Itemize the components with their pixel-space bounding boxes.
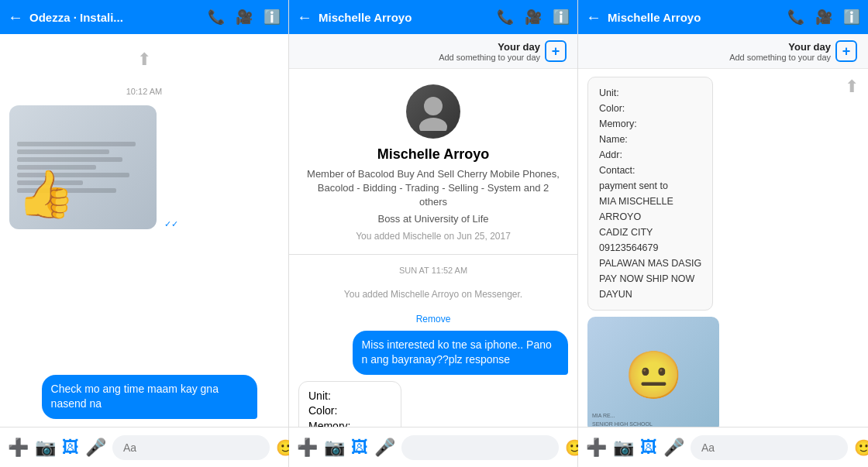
panel2-input-bar: ➕ 📷 🖼 🎤 🙂 👍	[289, 427, 577, 467]
panel1-sent-msg-row: Check mo ang time maam kay gna nasend na…	[9, 375, 279, 419]
panel3-upload-icon[interactable]: ⬆	[845, 77, 859, 97]
panel3-your-day-bar: Your day Add something to your day +	[578, 34, 868, 69]
panel2-info-icon[interactable]: ℹ️	[553, 9, 570, 26]
panel2-received-row: Unit: Color: Memory: Name: Addr: Contact…	[298, 381, 568, 427]
panel2-your-day-bar: Your day Add something to your day +	[289, 34, 577, 69]
panel2-phone-icon[interactable]: 📞	[497, 9, 514, 26]
panel2-camera-icon[interactable]: 📷	[324, 438, 345, 458]
panel3-video-icon[interactable]: 🎥	[815, 9, 832, 26]
panel1-check1: ✓✓	[164, 219, 178, 229]
emoji-face-icon: 😐	[625, 348, 683, 403]
panel3-top-row: Unit: Color: Memory: Name: Addr: Contact…	[587, 77, 859, 311]
panel2-profile-added: You added Mischelle on Jun 25, 2017	[356, 231, 511, 242]
panel2-sent-bubble: Miss interested ko tne sa iphone.. Pano …	[353, 331, 568, 375]
panel1-text-input[interactable]	[112, 435, 270, 460]
panel3-info-icon[interactable]: ℹ️	[843, 9, 860, 26]
panel3-chat-body: Unit: Color: Memory: Name: Addr: Contact…	[578, 69, 868, 427]
panel1-info-icon[interactable]: ℹ️	[264, 9, 281, 26]
panel1-photo-icon[interactable]: 🖼	[62, 438, 79, 458]
panel1-chat-body: ⬆ 10:12 AM 👍	[0, 34, 288, 427]
panel2-avatar	[406, 84, 460, 139]
panel2-received-bubble: Unit: Color: Memory: Name: Addr: Contact…	[298, 381, 401, 427]
panel1-phone-icon[interactable]: 📞	[208, 9, 225, 26]
panel2-remove-link[interactable]: Remove	[298, 314, 568, 324]
svg-point-0	[424, 97, 443, 115]
panel3-mic-icon[interactable]: 🎤	[663, 438, 684, 458]
panel3-phone-image: 😐 MIA RE... SENIOR HIGH SCHOOL	[587, 317, 719, 427]
panel3-phone-icon[interactable]: 📞	[787, 9, 804, 26]
panel2-chat-body: SUN AT 11:52 AM You added Mischelle Arro…	[289, 255, 577, 427]
panel1-header-icons: 📞 🎥 ℹ️	[208, 9, 281, 26]
panel2-profile-bio: Member of Bacolod Buy And Sell Cherry Mo…	[305, 167, 562, 210]
panel2-photo-icon[interactable]: 🖼	[351, 438, 368, 458]
panel3-header-icons: 📞 🎥 ℹ️	[787, 9, 860, 26]
panel3-photo-icon[interactable]: 🖼	[640, 438, 657, 458]
panel2-system-msg: You added Mischelle Arroyo on Messenger.	[298, 284, 568, 304]
panel1-title: Odezza · Instali...	[29, 11, 208, 24]
panel-1: ← Odezza · Instali... 📞 🎥 ℹ️ ⬆ 10:12 AM	[0, 0, 289, 467]
panel3-title: Mischelle Arroyo	[608, 11, 787, 24]
panel3-back-button[interactable]: ←	[586, 9, 601, 26]
panel1-check2: ✓✓	[265, 409, 279, 419]
panel3-your-day-text: Your day Add something to your day	[729, 41, 831, 62]
panel1-image-msg-row: 👍 ✓✓	[9, 105, 279, 229]
panel2-your-day-text: Your day Add something to your day	[439, 41, 540, 62]
panel2-sent-row: Miss interested ko tne sa iphone.. Pano …	[298, 331, 568, 375]
avatar-silhouette	[414, 92, 453, 131]
panel1-back-button[interactable]: ←	[8, 9, 23, 26]
upload-icon[interactable]: ⬆	[137, 50, 151, 70]
panel3-plus-icon[interactable]: ➕	[586, 438, 607, 458]
panel2-avatar-placeholder	[406, 84, 460, 139]
panel1-timestamp: 10:12 AM	[9, 87, 279, 96]
panel2-profile-section: Mischelle Arroyo Member of Bacolod Buy A…	[289, 69, 577, 255]
panel2-text-input[interactable]	[401, 435, 559, 460]
panel1-video-icon[interactable]: 🎥	[236, 9, 253, 26]
panel3-emoji-icon[interactable]: 🙂	[854, 438, 868, 457]
panel1-mic-icon[interactable]: 🎤	[85, 438, 106, 458]
panel2-profile-name: Mischelle Arroyo	[377, 146, 489, 163]
panel2-plus-icon[interactable]: ➕	[297, 438, 318, 458]
panel2-your-day-plus[interactable]: +	[545, 40, 567, 62]
panel2-profile-work: Boss at University of Life	[377, 213, 488, 225]
panel2-title: Mischelle Arroyo	[319, 11, 497, 24]
panel2-mic-icon[interactable]: 🎤	[374, 438, 395, 458]
panel3-camera-icon[interactable]: 📷	[613, 438, 634, 458]
thumbsup-icon: 👍	[17, 167, 75, 221]
panel1-plus-icon[interactable]: ➕	[8, 438, 29, 458]
panel2-sun-time: SUN AT 11:52 AM	[298, 266, 568, 275]
panel3-input-bar: ➕ 📷 🖼 🎤 🙂 👍	[578, 427, 868, 467]
panel1-image-bubble: 👍	[9, 105, 157, 229]
panel1-camera-icon[interactable]: 📷	[35, 438, 56, 458]
panel2-header: ← Mischelle Arroyo 📞 🎥 ℹ️	[289, 0, 577, 34]
panel3-header: ← Mischelle Arroyo 📞 🎥 ℹ️	[578, 0, 868, 34]
panel-3: ← Mischelle Arroyo 📞 🎥 ℹ️ Your day Add s…	[578, 0, 868, 467]
panel1-sent-bubble: Check mo ang time maam kay gna nasend na	[42, 375, 257, 419]
panel2-header-icons: 📞 🎥 ℹ️	[497, 9, 570, 26]
panel2-back-button[interactable]: ←	[297, 9, 312, 26]
panel1-input-bar: ➕ 📷 🖼 🎤 🙂 👍	[0, 427, 288, 467]
svg-point-1	[419, 118, 447, 131]
panel3-image-row: 😐 MIA RE... SENIOR HIGH SCHOOL	[587, 317, 859, 427]
panel3-text-input[interactable]	[691, 435, 848, 460]
panel-2: ← Mischelle Arroyo 📞 🎥 ℹ️ Your day Add s…	[289, 0, 578, 467]
panel1-header: ← Odezza · Instali... 📞 🎥 ℹ️	[0, 0, 288, 34]
panel1-receipt-image: 👍	[9, 105, 157, 229]
panel3-received-text: Unit: Color: Memory: Name: Addr: Contact…	[587, 77, 713, 311]
panel3-your-day-plus[interactable]: +	[835, 40, 857, 62]
panel2-video-icon[interactable]: 🎥	[525, 9, 542, 26]
